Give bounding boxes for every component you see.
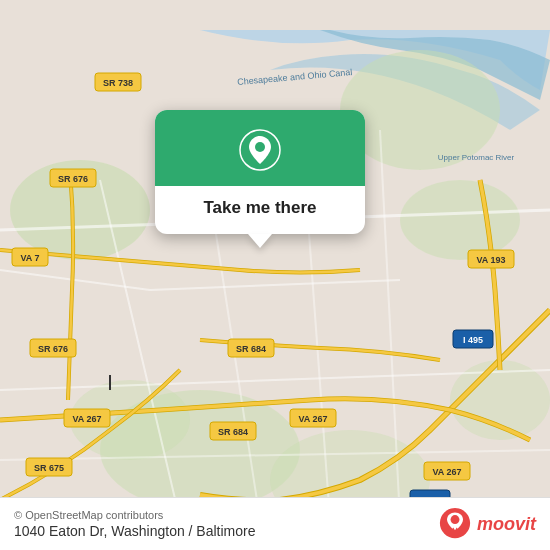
attribution-text: © OpenStreetMap contributors bbox=[14, 509, 256, 521]
svg-point-48 bbox=[451, 515, 460, 524]
popup-header bbox=[155, 110, 365, 186]
svg-text:I 495: I 495 bbox=[463, 335, 483, 345]
popup-tail bbox=[248, 234, 272, 248]
svg-text:SR 738: SR 738 bbox=[103, 78, 133, 88]
map-svg: SR 738 SR 676 VA 7 SR 676 VA 267 SR 675 … bbox=[0, 0, 550, 550]
address-text: 1040 Eaton Dr, Washington / Baltimore bbox=[14, 523, 256, 539]
location-pin-icon bbox=[238, 128, 282, 172]
svg-point-2 bbox=[400, 180, 520, 260]
svg-text:VA 267: VA 267 bbox=[432, 467, 461, 477]
svg-text:VA 267: VA 267 bbox=[72, 414, 101, 424]
svg-text:SR 675: SR 675 bbox=[34, 463, 64, 473]
svg-text:VA 7: VA 7 bbox=[20, 253, 39, 263]
svg-line-9 bbox=[150, 280, 400, 290]
moovit-text: moovit bbox=[477, 514, 536, 535]
moovit-brand-icon bbox=[439, 508, 471, 540]
svg-text:SR 684: SR 684 bbox=[218, 427, 248, 437]
svg-text:SR 676: SR 676 bbox=[58, 174, 88, 184]
svg-text:SR 676: SR 676 bbox=[38, 344, 68, 354]
moovit-logo: moovit bbox=[439, 508, 536, 540]
svg-line-8 bbox=[0, 270, 150, 290]
svg-text:VA 193: VA 193 bbox=[476, 255, 505, 265]
popup-card[interactable]: Take me there bbox=[155, 110, 365, 234]
bottom-left: © OpenStreetMap contributors 1040 Eaton … bbox=[14, 509, 256, 539]
svg-text:Chesapeake and Ohio Canal: Chesapeake and Ohio Canal bbox=[237, 67, 353, 87]
svg-text:Upper Potomac River: Upper Potomac River bbox=[438, 153, 515, 162]
map-container: SR 738 SR 676 VA 7 SR 676 VA 267 SR 675 … bbox=[0, 0, 550, 550]
bottom-bar: © OpenStreetMap contributors 1040 Eaton … bbox=[0, 497, 550, 550]
svg-point-46 bbox=[255, 142, 265, 152]
popup-label: Take me there bbox=[187, 186, 332, 234]
svg-text:SR 684: SR 684 bbox=[236, 344, 266, 354]
svg-text:VA 267: VA 267 bbox=[298, 414, 327, 424]
